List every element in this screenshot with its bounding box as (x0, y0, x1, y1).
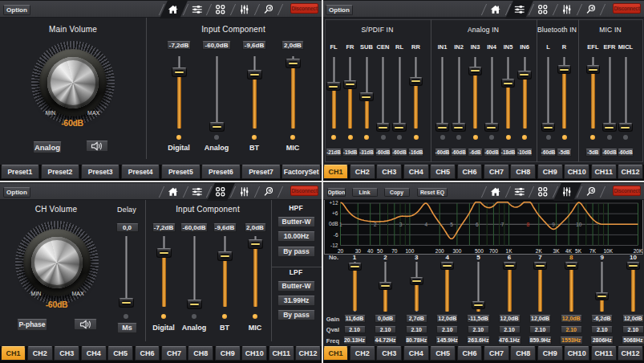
svg-text:7K: 7K (589, 247, 597, 253)
svg-text:3K: 3K (553, 247, 560, 253)
svg-text:300: 300 (452, 247, 461, 253)
svg-text:700: 700 (488, 247, 497, 253)
svg-text:100: 100 (405, 247, 414, 253)
svg-text:4K: 4K (565, 247, 573, 253)
svg-text:70: 70 (391, 247, 398, 253)
svg-text:3: 3 (399, 221, 402, 226)
svg-text:8: 8 (526, 221, 529, 226)
svg-text:5: 5 (450, 221, 453, 226)
svg-text:500: 500 (474, 247, 483, 253)
svg-text:30: 30 (354, 247, 361, 253)
svg-text:10K: 10K (603, 247, 613, 253)
svg-text:20: 20 (337, 247, 343, 253)
svg-text:4: 4 (424, 221, 427, 226)
svg-text:0dB: 0dB (328, 221, 338, 226)
svg-text:6: 6 (475, 221, 478, 226)
svg-text:20K: 20K (633, 247, 642, 253)
svg-text:1: 1 (338, 221, 342, 226)
svg-text:+6: +6 (332, 210, 338, 216)
svg-text:1K: 1K (505, 247, 512, 253)
svg-text:10: 10 (576, 221, 582, 226)
svg-text:40: 40 (367, 247, 374, 253)
svg-text:-6: -6 (333, 231, 338, 237)
svg-text:5K: 5K (575, 247, 582, 253)
svg-text:2K: 2K (535, 247, 542, 253)
svg-text:9: 9 (552, 221, 555, 226)
svg-text:200: 200 (435, 247, 444, 253)
svg-text:+12: +12 (329, 200, 338, 206)
svg-text:7: 7 (500, 221, 504, 226)
svg-text:50: 50 (377, 247, 383, 253)
